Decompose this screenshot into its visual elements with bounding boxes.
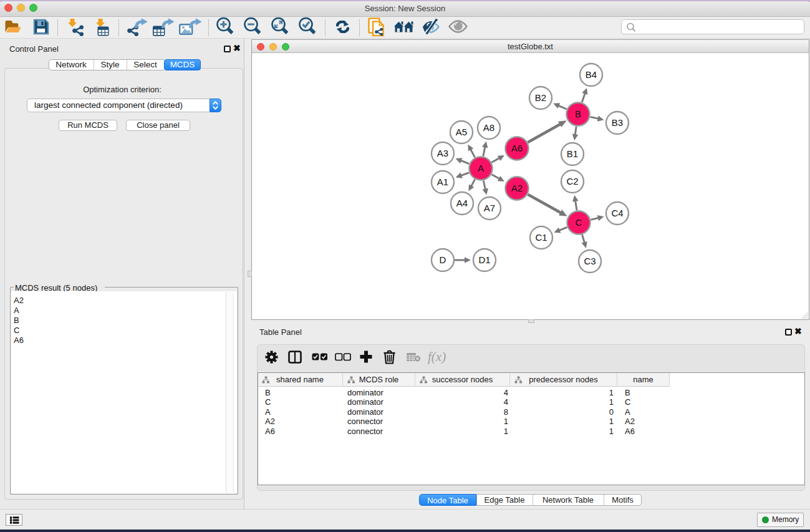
svg-text:C3: C3 xyxy=(584,256,595,266)
svg-text:C1: C1 xyxy=(535,232,547,243)
svg-text:C2: C2 xyxy=(566,176,578,186)
svg-text:A3: A3 xyxy=(437,148,448,158)
svg-text:B2: B2 xyxy=(535,92,546,103)
svg-text:A2: A2 xyxy=(511,183,523,193)
svg-text:A5: A5 xyxy=(456,127,467,137)
svg-text:B4: B4 xyxy=(586,69,597,80)
svg-text:B: B xyxy=(575,109,581,119)
svg-text:B1: B1 xyxy=(567,148,578,159)
svg-text:C4: C4 xyxy=(611,208,623,218)
svg-text:A: A xyxy=(478,163,484,173)
svg-text:A4: A4 xyxy=(456,198,468,208)
svg-text:A8: A8 xyxy=(483,122,494,133)
svg-text:B3: B3 xyxy=(612,117,623,128)
svg-text:A1: A1 xyxy=(437,177,448,187)
svg-text:C: C xyxy=(576,217,582,228)
svg-text:D: D xyxy=(440,254,446,265)
svg-text:D1: D1 xyxy=(478,254,490,265)
svg-text:A6: A6 xyxy=(511,143,523,153)
svg-text:A7: A7 xyxy=(484,203,495,213)
